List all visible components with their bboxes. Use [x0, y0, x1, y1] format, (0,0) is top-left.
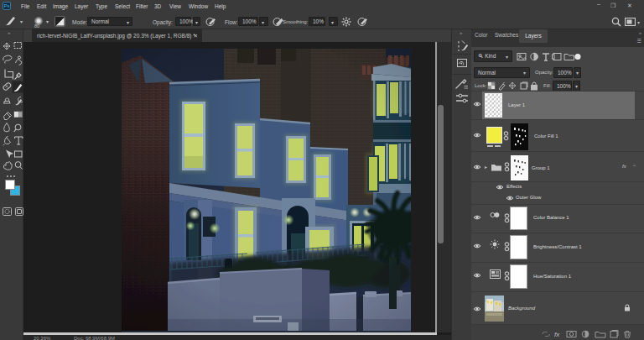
svg-text:fx: fx: [554, 331, 560, 338]
